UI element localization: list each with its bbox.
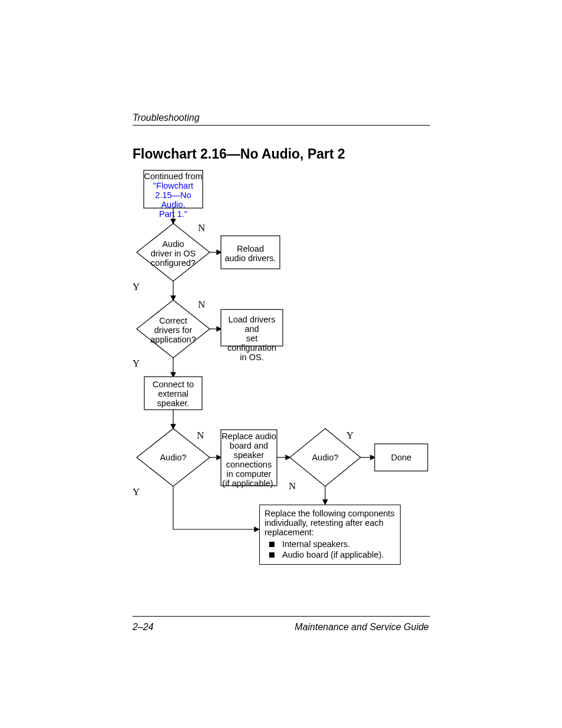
footer-title: Maintenance and Service Guide (295, 622, 429, 633)
start-node: Continued from "Flowchart 2.15—No Audio,… (144, 172, 203, 219)
edge-label-n: N (289, 480, 296, 492)
edge-label-y: Y (133, 281, 140, 293)
edge-label-y: Y (133, 486, 140, 498)
process-load-drivers: Load drivers and set configuration in OS… (221, 315, 283, 362)
process-reload-drivers: Reload audio drivers. (221, 244, 280, 263)
process-replace-components: Replace the following components individ… (259, 505, 401, 565)
edge-label-y: Y (133, 358, 140, 370)
replace-item-2: Audio board (if applicable). (265, 550, 395, 559)
terminal-done: Done (375, 453, 428, 462)
start-link[interactable]: "Flowchart 2.15—No Audio, Part 1." (144, 181, 203, 219)
edge-label-n: N (198, 299, 205, 311)
footer-rule (133, 616, 430, 617)
decision-audio-2: Audio? (290, 453, 361, 462)
edge-label-y: Y (346, 430, 353, 442)
edge-label-n: N (197, 430, 204, 442)
page-number: 2–24 (133, 622, 154, 633)
decision-correct-drivers: Correct drivers for application? (137, 316, 210, 344)
start-line1: Continued from (144, 172, 203, 181)
decision-audio-driver: Audio driver in OS configured? (137, 239, 210, 268)
page: Troubleshooting Flowchart 2.16—No Audio,… (0, 0, 562, 728)
decision-audio-1: Audio? (137, 453, 210, 462)
edge-label-n: N (198, 222, 205, 234)
process-external-speaker: Connect to external speaker. (144, 380, 202, 408)
process-replace-board: Replace audio board and speaker connecti… (221, 431, 277, 488)
replace-item-1: Internal speakers. (265, 539, 395, 549)
